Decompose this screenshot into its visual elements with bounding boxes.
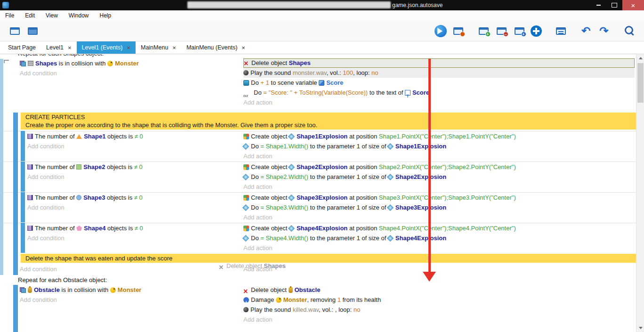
event-header[interactable]: Repeat for each Obstacle object: [0,275,636,285]
events-content: Repeat for each Shapes object:Shapes is … [0,54,636,332]
obstacle-event-rail [13,285,18,332]
add-action-link[interactable]: Add action [243,243,636,253]
count-icon [27,164,33,170]
create-icon [243,164,249,170]
action-line[interactable]: Create object Shape2Explosion at positio… [243,162,636,172]
create-icon [243,226,249,231]
action-line[interactable]: Create object Shape4Explosion at positio… [243,223,636,233]
add-condition-link[interactable]: Add condition [20,295,242,305]
menu-window[interactable]: Window [67,11,90,20]
add-action-link[interactable]: Add action [243,212,636,222]
comment-block[interactable]: Delete the shape that was eaten and upda… [21,254,636,263]
shape1-icon [76,134,82,139]
add-condition-link[interactable]: Add condition [20,264,242,274]
tab-bar: Start PageLevel1Level1 (Events)MainMenuM… [0,41,644,54]
action-line[interactable]: Create object Shape3Explosion at positio… [243,193,636,202]
monster-icon [107,61,113,66]
events-sheet: Repeat for each Shapes object:Shapes is … [0,54,636,332]
tab-level1-events-[interactable]: Level1 (Events) [77,41,136,54]
condition-line[interactable]: The number of Shape2 objects is ≠ 0 [27,162,242,172]
delete-icon [243,287,249,293]
action-line[interactable]: Do = Shape4.Width() to the parameter 1 o… [243,233,636,243]
add-action-link[interactable]: Add action [243,182,636,192]
particle-icon [242,143,249,149]
menu-view[interactable]: View [44,11,59,20]
add-event-icon[interactable]: + [477,24,490,38]
count-icon [27,134,33,139]
play-icon[interactable] [435,25,447,37]
particle-icon [242,235,249,241]
menu-file[interactable]: File [4,11,16,20]
collapse-marker-icon[interactable] [4,60,9,63]
add-condition-link[interactable]: Add condition [20,68,242,78]
condition-line[interactable]: Shapes is in collision with Monster [20,58,242,68]
sub-event-rail [21,131,25,161]
tab-close-icon[interactable] [172,44,176,51]
undo-icon[interactable] [580,24,593,38]
layout-window-icon[interactable] [26,24,39,38]
action-line[interactable]: Delete object Shapes [243,58,635,68]
action-line[interactable]: Do + 1 to scene variable Score [243,78,636,88]
delete-event-icon[interactable]: – [495,24,508,38]
debug-icon[interactable] [451,24,465,38]
shape2-icon [76,164,81,170]
tab-close-icon[interactable] [242,44,245,51]
tab-close-icon[interactable] [127,44,130,51]
add-action-link[interactable]: Add action [243,264,636,274]
action-line[interactable]: Delete object Obstacle [243,285,636,295]
action-line[interactable]: Damage Monster, removing 1 from its heal… [243,295,636,305]
tab-mainmenu-events-[interactable]: MainMenu (Events) [181,41,250,54]
action-line[interactable]: Play the sound monster.wav, vol.: 100, l… [243,68,635,78]
redo-icon[interactable] [597,24,611,38]
add-condition-link[interactable]: Add condition [27,172,242,182]
add-action-link[interactable]: Add action [243,151,636,161]
tab-mainmenu[interactable]: MainMenu [136,41,181,54]
condition-line[interactable]: The number of Shape1 objects is ≠ 0 [27,131,242,141]
score-var-icon [319,80,324,86]
tab-start-page[interactable]: Start Page [3,41,41,54]
add-action-link[interactable]: Add action [243,315,636,324]
add-action-link[interactable]: Add action [243,97,636,107]
collision-icon [20,287,26,293]
obstacle-icon [28,287,32,293]
project-window-icon[interactable] [8,24,21,38]
maximize-button[interactable] [606,0,622,10]
menu-edit[interactable]: Edit [24,11,36,20]
add-condition-link[interactable]: Add condition [27,202,242,212]
title-blurred-path [187,1,391,8]
action-line[interactable]: Do = Shape2.Width() to the parameter 1 o… [243,172,636,182]
group-rail [13,113,18,275]
toggle-event-icon[interactable] [554,24,567,38]
action-line[interactable]: Do = "Score: " + ToString(Variable(Score… [243,88,636,97]
search-icon[interactable] [623,24,636,38]
window-title: game.json.autosave [392,2,443,8]
comment-block[interactable]: CREATE PARTICLESCreate the proper one ac… [21,113,636,130]
add-circle-icon[interactable] [531,25,542,37]
variable-icon [243,80,249,86]
add-subevent-icon[interactable]: + [513,24,526,38]
text-action-icon [243,90,252,96]
tab-level1[interactable]: Level1 [41,41,76,54]
action-line[interactable]: Do = Shape3.Width() to the parameter 1 o… [243,202,636,212]
condition-line[interactable]: The number of Shape3 objects is ≠ 0 [27,193,242,202]
condition-line[interactable]: Obstacle is in collision with Monster [20,285,242,295]
close-button[interactable] [622,0,644,10]
count-icon [27,195,33,200]
condition-line[interactable]: The number of Shape4 objects is ≠ 0 [27,223,242,233]
vertical-scrollbar [636,54,644,332]
scroll-up-icon[interactable] [636,54,644,62]
tab-close-icon[interactable] [68,44,72,51]
add-condition-link[interactable]: Add condition [27,233,242,243]
action-line[interactable]: Do = Shape1.Width() to the parameter 1 o… [243,141,636,151]
scrollbar-thumb[interactable] [637,63,644,103]
title-bar: game.json.autosave [0,0,644,10]
sub-event-rail [21,162,25,192]
shape4-icon [76,226,82,231]
action-line[interactable]: Play the sound killed.wav, vol.: , loop:… [243,305,636,315]
action-line[interactable]: Create object Shape1Explosion at positio… [243,131,636,141]
menu-help[interactable]: Help [98,11,113,20]
add-condition-link[interactable]: Add condition [27,141,242,151]
scroll-down-icon[interactable] [636,324,644,332]
minimize-button[interactable] [590,0,606,10]
toolbar-left [6,24,41,38]
